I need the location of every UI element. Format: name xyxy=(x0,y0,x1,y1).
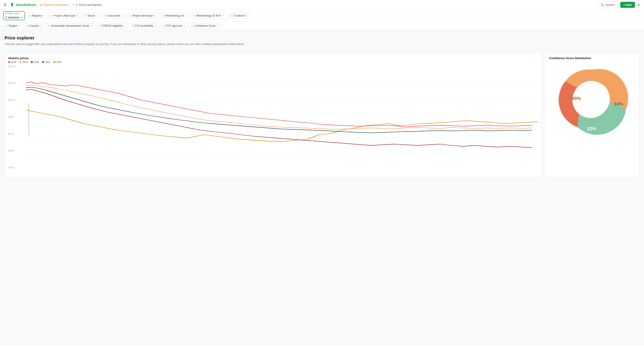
chevron-down-icon: ▾ xyxy=(186,14,187,17)
filter-ccp-approval[interactable]: ⊟ CCP approval ▾ xyxy=(160,23,187,28)
charts-row: Historic prices 2018 2019 2020 2021 xyxy=(4,53,640,177)
vintage-filter[interactable]: Vintage range 2 selections × xyxy=(3,11,25,20)
vintage-clear-button[interactable]: × xyxy=(21,16,23,19)
filter-label: Sector xyxy=(88,14,95,17)
historic-chart-title: Historic prices xyxy=(8,56,538,60)
filter-label: Region xyxy=(9,24,17,27)
filter-icon: ⊟ xyxy=(193,14,195,17)
logo[interactable]: AlliedOffsets xyxy=(10,2,36,7)
filter-icon: ⊟ xyxy=(132,24,134,27)
top-nav: ☰ AlliedOffsets ⭐ Premium Dashboard / 📄 … xyxy=(0,0,644,10)
chevron-down-icon: ▾ xyxy=(40,25,42,27)
nav-right: 🔍 Search + New ⚙ xyxy=(597,2,640,8)
donut-chart-svg: 43% 34% 22% xyxy=(552,58,633,139)
filter-project-offset-type[interactable]: ⊟ Project offset type ▾ xyxy=(48,13,80,18)
page-icon: 📄 xyxy=(72,3,75,6)
more-options-button[interactable]: ··· xyxy=(534,56,538,60)
filter-methodology-is[interactable]: ⊟ Methodology IS ▾ xyxy=(160,13,189,18)
filter-icon: ⊟ xyxy=(162,14,164,17)
y-tick-6: $6.00 xyxy=(8,133,18,135)
filter-icon: ⊟ xyxy=(130,14,132,17)
legend-dot-2022 xyxy=(54,61,56,63)
main-content: Price explorer Use this view to toggle f… xyxy=(0,30,644,183)
filter-icon: ⊟ xyxy=(104,14,106,17)
filter-continent[interactable]: ⊟ Continent ▾ xyxy=(228,13,250,18)
legend-dot-2019 xyxy=(20,61,21,63)
filter-methodology-is-not[interactable]: ⊟ Methodology IS NOT ▾ xyxy=(190,13,226,18)
filter-label: Confidence Score xyxy=(194,24,216,27)
filter-label: Methodology IS xyxy=(166,14,184,17)
breadcrumb-premium[interactable]: ⭐ Premium Dashboard xyxy=(39,3,68,6)
search-button[interactable]: 🔍 Search xyxy=(597,2,618,8)
y-tick-10: $10.00 xyxy=(8,99,18,101)
y-tick-8: $8.00 xyxy=(8,116,18,118)
filter-icon: ⊟ xyxy=(162,24,164,27)
filter-project-developer[interactable]: ⊟ Project developer ▾ xyxy=(127,13,158,18)
breadcrumb-separator: / xyxy=(70,3,70,6)
filter-label: CCP approval xyxy=(166,24,182,27)
chevron-down-icon: ▾ xyxy=(223,14,224,17)
confidence-score-card: Confidence Score Distribution xyxy=(545,53,640,177)
hamburger-button[interactable]: ☰ xyxy=(4,3,7,7)
filter-ccp-probability[interactable]: ⊟ CCP probability ▾ xyxy=(129,23,158,28)
legend-dot-2018 xyxy=(8,61,10,63)
y-tick-14: $14.00 xyxy=(8,65,18,68)
filter-icon: ⊟ xyxy=(51,14,53,17)
chevron-down-icon: ▾ xyxy=(184,25,185,27)
page-description: Use this view to toggle filter and under… xyxy=(4,42,640,46)
y-tick-2: $2.00 xyxy=(8,166,18,169)
chevron-down-icon: ▾ xyxy=(122,14,123,17)
star-icon: ⭐ xyxy=(39,3,42,6)
donut-chart-wrap: 43% 34% 22% xyxy=(549,61,636,137)
chevron-down-icon: ▾ xyxy=(43,14,44,17)
filter-label: Project offset type xyxy=(54,14,75,17)
chevron-down-icon: ▾ xyxy=(247,14,248,17)
filter-icon: ⊟ xyxy=(29,14,31,17)
filter-label: CCP probability xyxy=(135,24,154,27)
filter-region[interactable]: ⊟ Region ▾ xyxy=(3,23,22,28)
filter-icon: ⊟ xyxy=(98,24,100,27)
y-tick-12: $12.00 xyxy=(8,82,18,84)
label-43: 43% xyxy=(572,96,581,101)
legend-dot-2021 xyxy=(42,61,44,63)
filter-icon: ⊟ xyxy=(191,24,193,27)
chevron-down-icon: ▾ xyxy=(97,14,98,17)
filter-bar-row2: ⊟ Region ▾ ⊟ Country ▾ ⊟ Sustainable Dev… xyxy=(0,22,644,30)
search-icon: 🔍 xyxy=(600,3,604,6)
breadcrumb: ⭐ Premium Dashboard / 📄 4. Prices and Ma… xyxy=(39,3,102,6)
filter-icon: ⊟ xyxy=(48,24,50,27)
breadcrumb-page[interactable]: 📄 4. Prices and Markets xyxy=(72,3,102,6)
label-22: 22% xyxy=(587,126,596,131)
filter-registry[interactable]: ⊟ Registry ▾ xyxy=(26,13,47,18)
filter-label: Registry xyxy=(32,14,42,17)
vintage-value: 2 selections xyxy=(6,16,20,19)
filter-label: Continent xyxy=(234,14,245,17)
filter-confidence-score[interactable]: ⊟ Confidence Score ▾ xyxy=(188,23,221,28)
logo-text: AlliedOffsets xyxy=(16,3,36,7)
filter-label: Sustainable Development Goals xyxy=(51,24,89,27)
legend-2019: 2019 xyxy=(20,61,28,63)
new-button[interactable]: + New xyxy=(620,2,635,8)
filter-label: Project developer xyxy=(132,14,154,17)
filter-icon: ⊟ xyxy=(230,14,232,17)
filter-sector[interactable]: ⊟ Sector ▾ xyxy=(82,13,100,18)
filter-corsia[interactable]: ⊟ CORSIA eligibility ▾ xyxy=(96,23,128,28)
chevron-down-icon: ▾ xyxy=(77,14,78,17)
settings-icon[interactable]: ⚙ xyxy=(637,3,640,7)
filter-country[interactable]: ⊟ Country ▾ xyxy=(24,23,44,28)
chevron-down-icon: ▾ xyxy=(155,25,156,27)
legend-2020: 2020 xyxy=(31,61,39,63)
filter-icon: ⊟ xyxy=(84,14,86,17)
chevron-down-icon: ▾ xyxy=(19,25,20,27)
filter-icon: ⊟ xyxy=(26,24,28,27)
chevron-down-icon: ▾ xyxy=(124,25,125,27)
filter-sdg[interactable]: ⊟ Sustainable Development Goals ▾ xyxy=(45,23,94,28)
filter-label: CORSIA eligibility xyxy=(102,24,123,27)
page-title: Price explorer xyxy=(4,35,640,40)
filter-subsector[interactable]: ⊟ Sub-sector ▾ xyxy=(102,13,126,18)
y-tick-4: $4.00 xyxy=(8,149,18,152)
vintage-row: 2 selections × xyxy=(6,16,23,19)
chevron-down-icon: ▾ xyxy=(91,25,92,27)
filter-label: Methodology IS NOT xyxy=(196,14,221,17)
filter-bar-row1: Vintage range 2 selections × ⊟ Registry … xyxy=(0,10,644,22)
